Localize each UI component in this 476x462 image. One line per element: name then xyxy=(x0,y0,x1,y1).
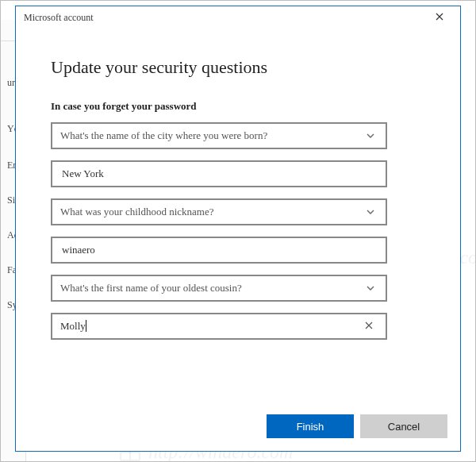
chevron-down-icon xyxy=(363,131,378,141)
titlebar: Microsoft account xyxy=(16,6,460,29)
dialog-window: Microsoft account Update your security q… xyxy=(15,6,461,452)
behind-item: ur xyxy=(7,77,15,89)
question-1-group: What's the name of the city where you we… xyxy=(51,122,425,149)
answer-3-group: Molly xyxy=(51,313,425,340)
close-icon xyxy=(436,12,443,24)
clear-input-button[interactable] xyxy=(360,314,378,338)
close-icon xyxy=(365,320,373,333)
question-3-select[interactable]: What's the first name of your oldest cou… xyxy=(51,275,387,302)
answer-2-input[interactable] xyxy=(60,238,378,262)
answer-1-input[interactable] xyxy=(60,162,378,186)
page-title: Update your security questions xyxy=(51,57,425,78)
question-2-select[interactable]: What was your childhood nickname? xyxy=(51,198,387,225)
screenshot-frame: d ur Yc En Si Ac Fa Sy http://winaero.co… xyxy=(0,0,476,462)
page-subheading: In case you forget your password xyxy=(51,100,425,113)
question-3-value: What's the first name of your oldest cou… xyxy=(60,282,363,295)
answer-2-input-wrap xyxy=(51,237,387,264)
question-1-value: What's the name of the city where you we… xyxy=(60,129,363,142)
answer-1-group xyxy=(51,160,425,187)
question-1-select[interactable]: What's the name of the city where you we… xyxy=(51,122,387,149)
cancel-button[interactable]: Cancel xyxy=(360,414,447,438)
answer-1-input-wrap xyxy=(51,160,387,187)
close-button[interactable] xyxy=(425,6,454,29)
behind-item: Si xyxy=(7,194,15,206)
question-2-value: What was your childhood nickname? xyxy=(60,206,363,218)
answer-3-input-wrap: Molly xyxy=(51,313,387,340)
dialog-content: Update your security questions In case y… xyxy=(16,29,460,451)
chevron-down-icon xyxy=(363,207,378,217)
finish-button[interactable]: Finish xyxy=(267,414,354,438)
answer-3-display: Molly xyxy=(60,320,360,333)
question-2-group: What was your childhood nickname? xyxy=(51,198,425,225)
question-3-group: What's the first name of your oldest cou… xyxy=(51,275,425,302)
dialog-buttons: Finish Cancel xyxy=(267,414,447,438)
window-title: Microsoft account xyxy=(24,12,425,24)
answer-2-group xyxy=(51,237,425,264)
chevron-down-icon xyxy=(363,283,378,293)
